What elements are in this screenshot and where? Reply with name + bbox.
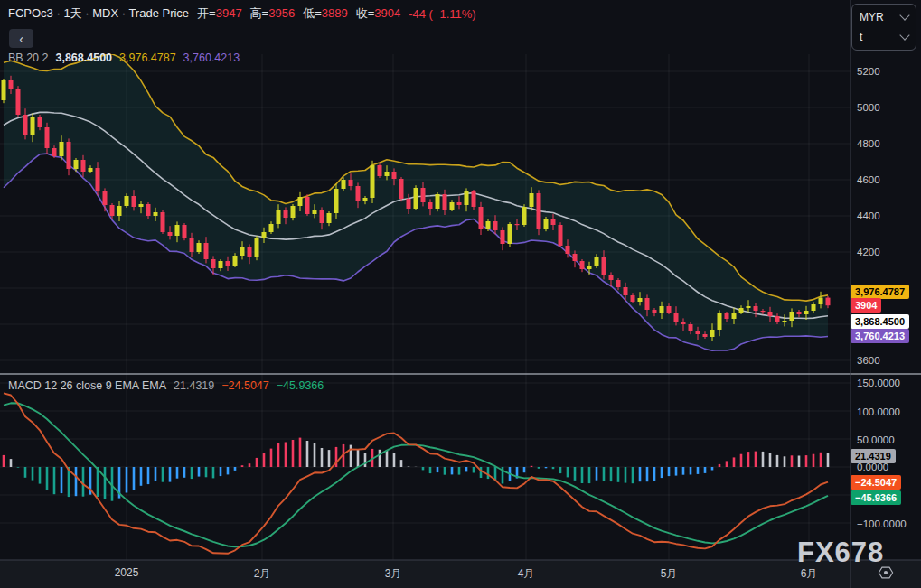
currency-label: MYR bbox=[860, 11, 884, 23]
macd-signal-value: −45.9366 bbox=[277, 379, 324, 392]
hexagon-settings-icon[interactable] bbox=[877, 564, 895, 582]
price-value-chip: 3,760.4213 bbox=[851, 329, 909, 343]
chevron-down-icon bbox=[899, 30, 909, 40]
macd-tick-label: −100.0000 bbox=[857, 518, 907, 529]
currency-unit-selector: MYR t bbox=[851, 4, 916, 51]
macd-hist-value: 21.4319 bbox=[174, 379, 214, 392]
macd-indicator-legend[interactable]: MACD 12 26 close 9 EMA EMA 21.4319 −24.5… bbox=[8, 379, 324, 392]
price-value-chip: 3904 bbox=[851, 298, 881, 313]
bb-indicator-legend[interactable]: BB 20 2 3,868.4500 3,976.4787 3,760.4213 bbox=[8, 51, 240, 64]
price-tick-label: 4400 bbox=[857, 210, 880, 221]
ohlc-pair: 开=3947 bbox=[197, 5, 242, 22]
bb-lower-value: 3,760.4213 bbox=[183, 51, 240, 64]
price-tick-label: 4200 bbox=[857, 247, 880, 257]
ohlc-pair: 低=3889 bbox=[303, 5, 348, 22]
unit-dropdown[interactable]: t bbox=[860, 28, 908, 46]
symbol-title[interactable]: FCPOc3 · 1天 · MDX · Trade Price bbox=[8, 5, 189, 22]
trading-chart-window: FCPOc3 · 1天 · MDX · Trade Price 开=3947高=… bbox=[0, 0, 921, 588]
ohlc-pair: 收=3904 bbox=[356, 5, 401, 22]
bb-upper-value: 3,976.4787 bbox=[119, 51, 176, 64]
time-tick-label: 2月 bbox=[254, 566, 271, 582]
macd-value-chip: 21.4319 bbox=[851, 449, 896, 463]
price-tick-label: 4600 bbox=[857, 174, 880, 185]
macd-value-chip: −45.9366 bbox=[851, 490, 901, 505]
time-tick-label: 4月 bbox=[518, 566, 535, 582]
price-tick-label: 3600 bbox=[857, 355, 880, 366]
fx678-watermark: FX678 bbox=[797, 537, 884, 569]
currency-dropdown[interactable]: MYR bbox=[860, 8, 908, 26]
ohlc-pair: 高=3956 bbox=[250, 5, 296, 22]
macd-tick-label: 150.0000 bbox=[857, 378, 900, 388]
price-value-chip: 3,868.4500 bbox=[851, 314, 909, 329]
chart-canvas[interactable] bbox=[0, 0, 921, 588]
macd-tick-label: 50.0000 bbox=[857, 434, 895, 445]
macd-value-chip: −24.5047 bbox=[851, 475, 901, 490]
time-tick-label: 3月 bbox=[385, 566, 402, 582]
bb-title: BB 20 2 bbox=[8, 51, 48, 64]
price-value-chip: 3,976.4787 bbox=[851, 285, 909, 299]
price-tick-label: 4800 bbox=[857, 138, 880, 149]
ohlc-values: 开=3947高=3956低=3889收=3904 bbox=[197, 5, 400, 22]
time-tick-label: 5月 bbox=[661, 566, 678, 582]
time-tick-label: 2025 bbox=[115, 566, 139, 579]
change-value: -44 (−1.11%) bbox=[409, 7, 476, 21]
bb-middle-value: 3,868.4500 bbox=[55, 51, 112, 64]
price-tick-label: 5000 bbox=[857, 102, 880, 113]
back-chevron-icon: ‹ bbox=[19, 32, 23, 46]
macd-title: MACD 12 26 close 9 EMA EMA bbox=[8, 379, 166, 392]
symbol-header: FCPOc3 · 1天 · MDX · Trade Price 开=3947高=… bbox=[8, 5, 476, 22]
back-button[interactable]: ‹ bbox=[9, 29, 33, 48]
price-tick-label: 5200 bbox=[857, 66, 880, 77]
chevron-down-icon bbox=[899, 10, 909, 20]
macd-tick-label: 100.0000 bbox=[857, 406, 900, 417]
unit-label: t bbox=[860, 31, 862, 43]
macd-line-value: −24.5047 bbox=[221, 379, 268, 392]
